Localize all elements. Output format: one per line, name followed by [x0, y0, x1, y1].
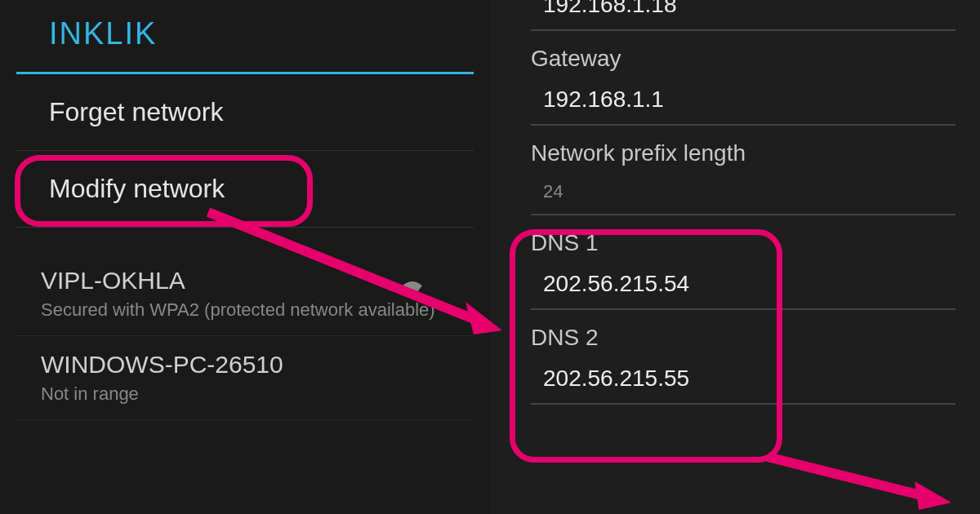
- ip-address-input[interactable]: 192.168.1.18: [531, 0, 956, 31]
- wifi-list-item[interactable]: VIPL-OKHLA Secured with WPA2 (protected …: [16, 252, 474, 336]
- ip-settings-panel: 192.168.1.18 Gateway 192.168.1.1 Network…: [490, 0, 980, 514]
- gateway-label: Gateway: [531, 46, 956, 72]
- wifi-status: Not in range: [41, 383, 449, 405]
- dns1-input[interactable]: 202.56.215.54: [531, 263, 956, 310]
- gateway-field: Gateway 192.168.1.1: [531, 46, 956, 126]
- wifi-status: Secured with WPA2 (protected network ava…: [41, 299, 449, 321]
- wifi-name: WINDOWS-PC-26510: [41, 351, 449, 379]
- modify-network-item[interactable]: Modify network: [16, 151, 474, 228]
- dns2-label: DNS 2: [531, 325, 956, 351]
- dns2-field: DNS 2 202.56.215.55: [531, 325, 956, 405]
- gateway-input[interactable]: 192.168.1.1: [531, 78, 956, 126]
- selected-network-name: INKLIK: [16, 0, 474, 74]
- wifi-name: VIPL-OKHLA: [41, 267, 449, 295]
- forget-network-label: Forget network: [49, 97, 223, 126]
- forget-network-item[interactable]: Forget network: [16, 74, 474, 151]
- dns1-field: DNS 1 202.56.215.54: [531, 230, 956, 310]
- wifi-network-list: VIPL-OKHLA Secured with WPA2 (protected …: [0, 252, 490, 420]
- wifi-list-item[interactable]: WINDOWS-PC-26510 Not in range: [16, 336, 474, 420]
- ip-address-field: 192.168.1.18: [531, 0, 956, 31]
- modify-network-label: Modify network: [49, 174, 225, 203]
- prefix-length-input[interactable]: 24: [531, 173, 956, 215]
- dns2-input[interactable]: 202.56.215.55: [531, 357, 956, 405]
- prefix-length-label: Network prefix length: [531, 140, 956, 166]
- dns1-label: DNS 1: [531, 230, 956, 256]
- prefix-length-field: Network prefix length 24: [531, 140, 956, 215]
- wifi-context-menu-panel: INKLIK Forget network Modify network VIP…: [0, 0, 490, 514]
- wifi-signal-icon: [400, 281, 425, 304]
